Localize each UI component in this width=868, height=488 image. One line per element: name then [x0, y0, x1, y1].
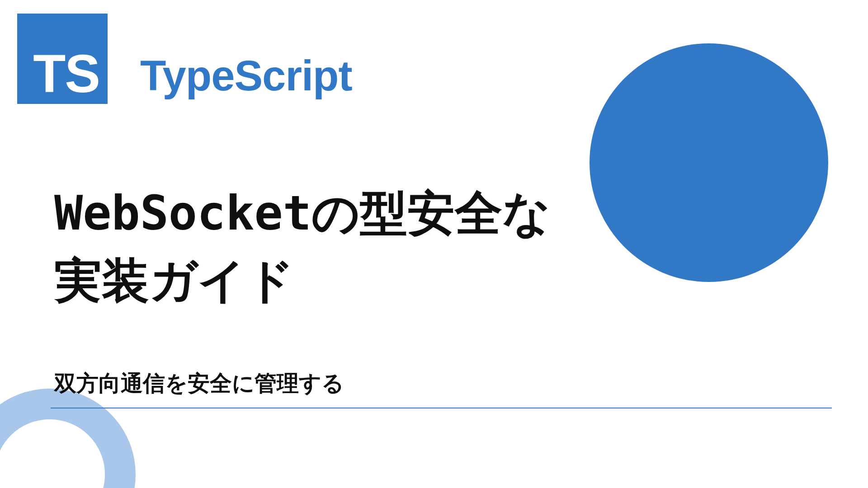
logo-abbr: TS: [33, 47, 99, 100]
brand-name: TypeScript: [140, 52, 352, 100]
typescript-logo: TS: [17, 14, 108, 104]
decorative-ring: [0, 389, 136, 488]
decorative-circle-large: [590, 43, 828, 282]
page-subtitle: 双方向通信を安全に管理する: [54, 369, 344, 399]
subtitle-underline: [51, 408, 832, 408]
slide-cover: TS TypeScript WebSocketの型安全な実装ガイド 双方向通信を…: [0, 0, 868, 488]
page-title: WebSocketの型安全な実装ガイド: [54, 180, 561, 314]
